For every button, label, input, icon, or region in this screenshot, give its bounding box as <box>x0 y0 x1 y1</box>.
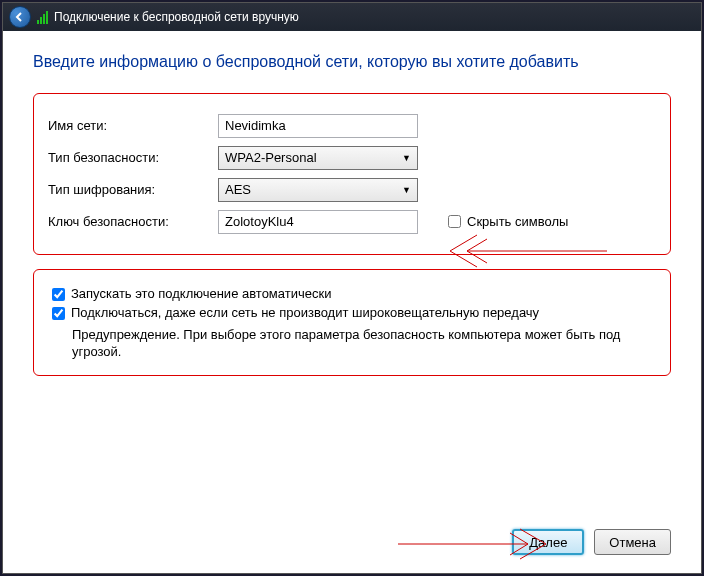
auto-connect-label: Запускать это подключение автоматически <box>71 286 331 301</box>
encryption-type-label: Тип шифрования: <box>48 182 218 197</box>
security-type-value: WPA2-Personal <box>225 150 317 165</box>
hide-characters-label: Скрыть символы <box>467 214 568 229</box>
security-type-dropdown[interactable]: WPA2-Personal ▼ <box>218 146 418 170</box>
content-area: Введите информацию о беспроводной сети, … <box>3 31 701 573</box>
page-heading: Введите информацию о беспроводной сети, … <box>33 51 633 73</box>
security-warning: Предупреждение. При выборе этого парамет… <box>72 326 652 361</box>
network-name-label: Имя сети: <box>48 118 218 133</box>
hide-characters-checkbox[interactable] <box>448 215 461 228</box>
connection-options: Запускать это подключение автоматически … <box>33 269 671 376</box>
chevron-down-icon: ▼ <box>402 185 411 195</box>
wizard-buttons: Далее Отмена <box>512 529 671 555</box>
cancel-button[interactable]: Отмена <box>594 529 671 555</box>
network-form: Имя сети: Тип безопасности: WPA2-Persona… <box>33 93 671 255</box>
window-title: Подключение к беспроводной сети вручную <box>54 10 299 24</box>
security-key-input[interactable] <box>218 210 418 234</box>
auto-connect-checkbox[interactable] <box>52 288 65 301</box>
connect-hidden-option[interactable]: Подключаться, даже если сеть не производ… <box>52 305 652 320</box>
hide-characters-option[interactable]: Скрыть символы <box>448 214 568 229</box>
connect-hidden-checkbox[interactable] <box>52 307 65 320</box>
arrow-left-icon <box>14 11 26 23</box>
network-name-input[interactable] <box>218 114 418 138</box>
next-button[interactable]: Далее <box>512 529 584 555</box>
security-key-label: Ключ безопасности: <box>48 214 218 229</box>
titlebar: Подключение к беспроводной сети вручную <box>3 3 701 31</box>
connect-hidden-label: Подключаться, даже если сеть не производ… <box>71 305 539 320</box>
back-button[interactable] <box>9 6 31 28</box>
wizard-window: Подключение к беспроводной сети вручную … <box>2 2 702 574</box>
security-type-label: Тип безопасности: <box>48 150 218 165</box>
auto-connect-option[interactable]: Запускать это подключение автоматически <box>52 286 652 301</box>
chevron-down-icon: ▼ <box>402 153 411 163</box>
encryption-type-dropdown[interactable]: AES ▼ <box>218 178 418 202</box>
encryption-type-value: AES <box>225 182 251 197</box>
wifi-signal-icon <box>37 10 48 24</box>
